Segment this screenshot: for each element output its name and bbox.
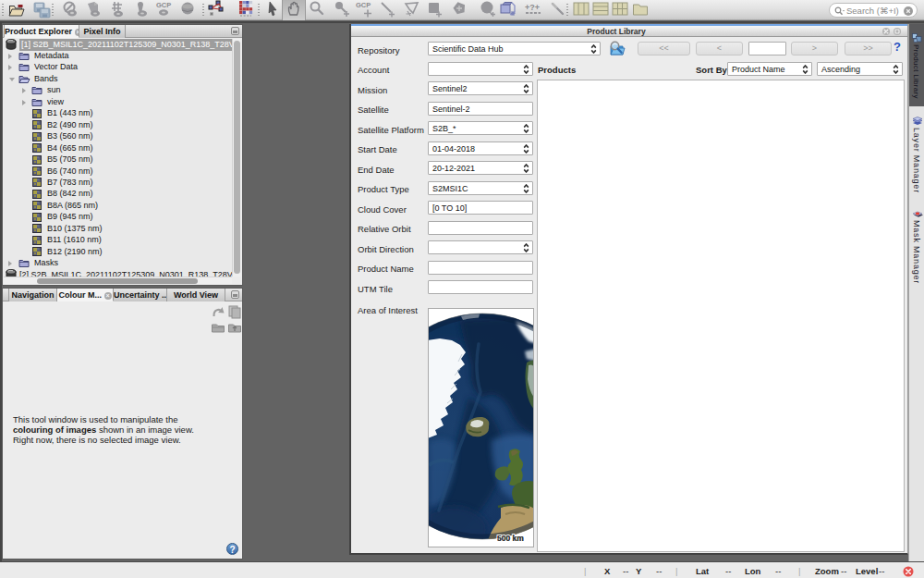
svg-text:+?+: +?+: [525, 3, 540, 12]
svg-text:GCP: GCP: [356, 1, 371, 9]
svg-text:GCP: GCP: [156, 1, 171, 9]
svg-text:500 km: 500 km: [497, 534, 524, 543]
